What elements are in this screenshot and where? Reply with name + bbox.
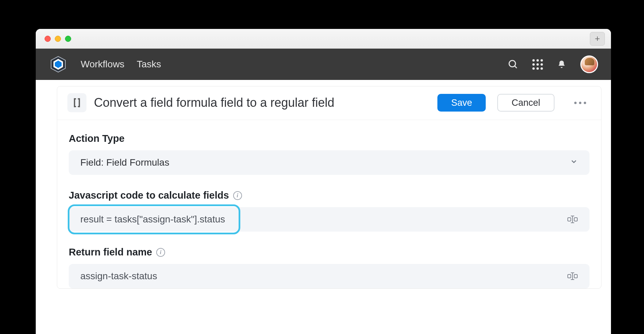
traffic-lights <box>45 36 71 42</box>
js-code-input[interactable]: result = tasks["assign-task"].status <box>69 207 590 232</box>
window-minimize-button[interactable] <box>55 36 61 42</box>
insert-variable-icon[interactable] <box>567 216 578 223</box>
new-tab-button[interactable]: + <box>590 32 605 46</box>
more-actions-button[interactable] <box>569 97 591 109</box>
top-navbar: Workflows Tasks <box>36 49 611 80</box>
window-close-button[interactable] <box>45 36 51 42</box>
apps-grid-icon[interactable] <box>532 59 543 70</box>
cancel-button[interactable]: Cancel <box>497 94 554 112</box>
page-title: Convert a field formula field to a regul… <box>94 96 430 110</box>
return-field-input[interactable]: assign-task-status <box>69 264 590 288</box>
app-window: + Workflows Tasks <box>36 29 611 334</box>
nav-right <box>508 55 598 73</box>
svg-rect-9 <box>574 218 577 221</box>
action-type-label: Action Type <box>69 133 590 144</box>
chevron-down-icon <box>570 157 578 168</box>
svg-point-3 <box>509 61 516 67</box>
window-maximize-button[interactable] <box>65 36 71 42</box>
app-logo[interactable] <box>49 55 68 74</box>
save-button[interactable]: Save <box>437 94 486 112</box>
nav-link-tasks[interactable]: Tasks <box>137 59 161 70</box>
info-icon[interactable]: i <box>233 191 242 200</box>
window-titlebar: + <box>36 29 611 49</box>
panel-body: Action Type Field: Field Formulas Javasc… <box>57 120 601 288</box>
svg-rect-8 <box>568 218 571 221</box>
search-icon[interactable] <box>508 59 518 69</box>
svg-rect-13 <box>568 274 571 278</box>
action-type-value: Field: Field Formulas <box>80 157 169 168</box>
nav-left: Workflows Tasks <box>49 55 161 74</box>
action-panel: Convert a field formula field to a regul… <box>57 86 601 289</box>
info-icon[interactable]: i <box>156 248 165 257</box>
panel-header: Convert a field formula field to a regul… <box>57 86 601 120</box>
nav-links: Workflows Tasks <box>81 59 161 70</box>
notifications-icon[interactable] <box>557 60 566 69</box>
insert-variable-icon[interactable] <box>567 272 578 280</box>
user-avatar[interactable] <box>580 55 598 73</box>
svg-line-4 <box>515 66 517 68</box>
js-code-value: result = tasks["assign-task"].status <box>80 214 225 225</box>
nav-link-workflows[interactable]: Workflows <box>81 59 125 70</box>
js-code-label: Javascript code to calculate fields i <box>69 190 590 201</box>
js-code-wrap: result = tasks["assign-task"].status res… <box>69 207 590 232</box>
formula-icon <box>67 93 86 112</box>
return-field-value: assign-task-status <box>80 271 157 282</box>
action-type-select[interactable]: Field: Field Formulas <box>69 150 590 175</box>
svg-rect-14 <box>574 274 577 278</box>
return-field-label: Return field name i <box>69 247 590 258</box>
